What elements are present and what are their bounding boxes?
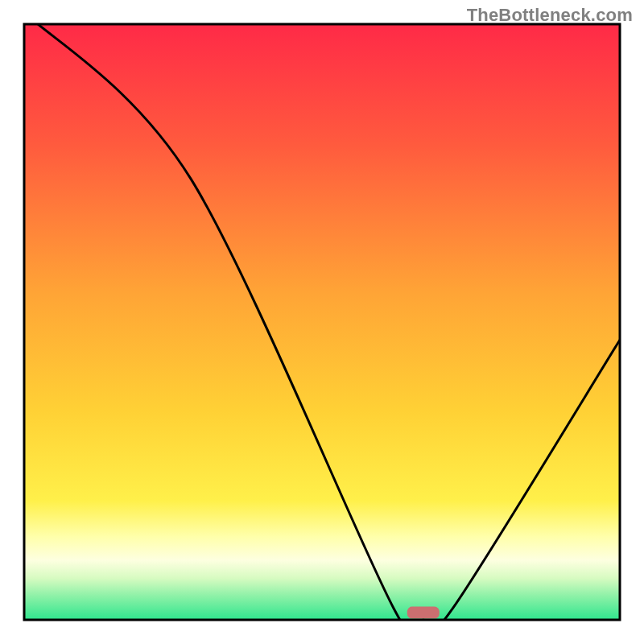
watermark-text: TheBottleneck.com	[467, 5, 633, 26]
optimum-marker	[407, 607, 440, 619]
gradient-background	[24, 24, 620, 620]
chart-container: TheBottleneck.com	[0, 0, 644, 644]
bottleneck-chart	[0, 0, 644, 644]
